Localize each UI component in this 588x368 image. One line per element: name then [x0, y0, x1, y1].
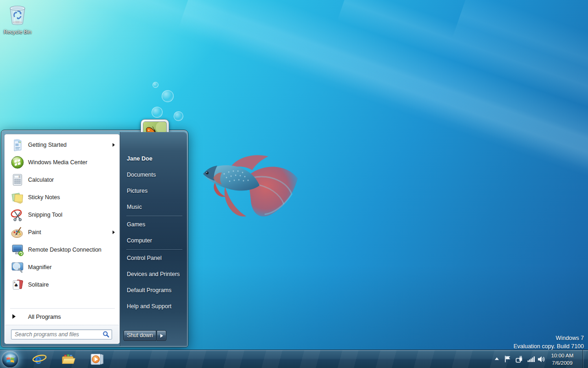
- volume-icon[interactable]: [537, 356, 545, 362]
- places-item-control-panel[interactable]: Control Panel: [127, 253, 185, 263]
- submenu-arrow-icon: [113, 230, 115, 234]
- search-area: [5, 325, 119, 343]
- power-plug-icon[interactable]: [515, 356, 523, 363]
- taskbar: e: [0, 350, 588, 368]
- places-item-computer[interactable]: Computer: [127, 236, 185, 245]
- internet-explorer-icon: e: [32, 352, 47, 367]
- menu-item-snipping-tool[interactable]: Snipping Tool: [6, 206, 119, 224]
- folder-explorer-icon: [60, 352, 76, 367]
- show-hidden-icons-button[interactable]: [494, 357, 499, 361]
- menu-item-remote-desktop-connection[interactable]: Remote Desktop Connection: [6, 241, 119, 259]
- search-icon: [102, 331, 110, 338]
- menu-item-label: Snipping Tool: [28, 212, 62, 218]
- menu-item-label: Sticky Notes: [28, 194, 60, 201]
- show-desktop-button[interactable]: [582, 350, 588, 368]
- recycle-bin-icon: [7, 4, 28, 27]
- recycle-bin-label: Recycle Bin: [3, 29, 32, 34]
- menu-item-sticky-notes[interactable]: Sticky Notes: [6, 189, 119, 206]
- start-menu: Getting Started Windows Media Center: [1, 130, 188, 347]
- places-item-default-programs[interactable]: Default Programs: [127, 286, 185, 295]
- user-name-link[interactable]: Jane Doe: [127, 154, 185, 163]
- right-panel-separator: [126, 216, 182, 216]
- light-beam: [452, 0, 588, 338]
- paint-icon: [10, 225, 25, 240]
- remote-desktop-icon: [10, 242, 25, 257]
- evaluation-watermark: Windows 7 Evaluation copy. Build 7100: [514, 334, 584, 351]
- all-programs-button[interactable]: All Programs: [6, 311, 119, 323]
- shutdown-options-button[interactable]: [157, 330, 166, 341]
- sticky-notes-icon: [10, 190, 25, 205]
- menu-item-label: Remote Desktop Connection: [28, 247, 102, 253]
- places-item-games[interactable]: Games: [127, 220, 185, 229]
- menu-item-windows-media-center[interactable]: Windows Media Center: [6, 154, 119, 171]
- menu-item-paint[interactable]: Paint: [6, 224, 119, 241]
- menu-item-calculator[interactable]: 0 Calculator: [6, 171, 119, 189]
- menu-item-getting-started[interactable]: Getting Started: [6, 136, 119, 154]
- start-menu-programs-panel: Getting Started Windows Media Center: [4, 134, 120, 344]
- all-programs-arrow-icon: [12, 314, 16, 319]
- shutdown-arrow-icon: [160, 334, 163, 338]
- menu-item-label: Calculator: [28, 177, 54, 183]
- left-panel-separator: [10, 308, 115, 309]
- menu-item-label: Magnifier: [28, 264, 51, 270]
- places-item-music[interactable]: Music: [127, 202, 185, 212]
- media-player-icon: [89, 352, 104, 367]
- betta-fish-wallpaper-art: [198, 150, 305, 224]
- taskbar-button-internet-explorer[interactable]: e: [30, 351, 49, 367]
- getting-started-icon: [10, 138, 25, 152]
- menu-item-label: Windows Media Center: [28, 159, 87, 166]
- bubble: [174, 111, 183, 121]
- menu-item-label: Solitaire: [28, 282, 49, 288]
- clock-time: 10:00 AM: [546, 352, 579, 359]
- menu-item-label: Getting Started: [28, 142, 67, 148]
- taskbar-button-windows-media-player[interactable]: [87, 351, 106, 367]
- svg-text:0: 0: [19, 176, 20, 178]
- all-programs-label: All Programs: [28, 314, 61, 320]
- taskbar-button-windows-explorer[interactable]: [59, 351, 77, 367]
- taskbar-clock[interactable]: 10:00 AM 7/6/2009: [546, 352, 579, 367]
- clock-date: 7/6/2009: [546, 359, 579, 367]
- light-beam: [337, 0, 588, 321]
- submenu-arrow-icon: [113, 143, 115, 147]
- start-menu-places-panel: Jane Doe Documents Pictures Music Games …: [120, 132, 187, 346]
- windows-media-center-icon: [10, 155, 25, 170]
- calculator-icon: 0: [10, 172, 25, 187]
- snipping-tool-icon: [10, 207, 25, 222]
- places-item-pictures[interactable]: Pictures: [127, 186, 185, 196]
- bubble: [162, 90, 174, 102]
- shutdown-button[interactable]: Shut down: [124, 330, 156, 341]
- bubble: [153, 82, 158, 88]
- right-panel-separator: [126, 249, 182, 250]
- menu-item-solitaire[interactable]: ♠ A Solitaire: [6, 276, 119, 293]
- search-input[interactable]: [11, 329, 112, 339]
- magnifier-icon: [10, 260, 25, 275]
- places-item-help-and-support[interactable]: Help and Support: [127, 302, 185, 311]
- network-signal-icon[interactable]: [527, 356, 535, 362]
- places-item-documents[interactable]: Documents: [127, 170, 185, 179]
- windows-flag-icon: [4, 353, 17, 367]
- menu-item-label: Paint: [28, 229, 41, 236]
- recycle-bin-desktop-icon[interactable]: Recycle Bin: [3, 4, 32, 34]
- bubble: [152, 107, 163, 118]
- solitaire-icon: ♠ A: [10, 277, 25, 292]
- menu-item-magnifier[interactable]: Magnifier: [6, 259, 119, 276]
- action-center-flag-icon[interactable]: [504, 355, 511, 363]
- watermark-line-1: Windows 7: [514, 334, 584, 342]
- start-button[interactable]: [1, 351, 19, 368]
- places-item-devices-and-printers[interactable]: Devices and Printers: [127, 270, 185, 279]
